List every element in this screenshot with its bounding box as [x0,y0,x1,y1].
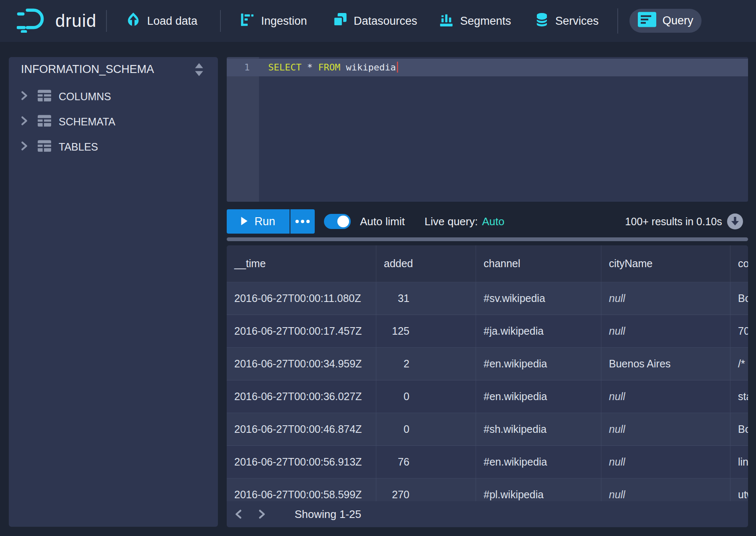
cell-cityname[interactable]: null [601,446,730,479]
editor-gutter [227,57,259,202]
cell-time[interactable]: 2016-06-27T00:00:11.080Z [227,282,376,315]
cell-added[interactable]: 31 [376,282,476,315]
cell-cityname[interactable]: null [601,380,730,413]
cell-comment[interactable]: Bot [730,413,748,446]
more-dots-icon [295,220,299,223]
auto-limit-toggle[interactable] [324,214,351,229]
sidebar-item-columns[interactable]: COLUMNS [9,86,218,107]
column-header-comment[interactable]: comment [730,245,748,282]
nav-item-label: Services [555,15,599,28]
cell-added[interactable]: 2 [376,348,476,380]
horizontal-scrollbar[interactable] [227,237,748,241]
auto-limit-label[interactable]: Auto limit [360,208,405,235]
datasources-icon [332,12,347,30]
table-row: 2016-06-27T00:00:56.913Z 76 #en.wikipedi… [227,446,748,479]
nav-item-datasources[interactable]: Datasources [332,0,417,42]
cell-added[interactable]: 0 [376,413,476,446]
column-header-channel[interactable]: channel [476,245,601,282]
sql-star: * [307,62,313,73]
cell-cityname[interactable]: null [601,315,730,348]
play-icon [241,215,248,228]
column-header-cityname[interactable]: cityName [601,245,730,282]
results-summary: 100+ results in 0.10s [625,208,722,235]
query-icon [638,12,656,30]
nav-divider [220,10,221,32]
previous-page-button[interactable] [230,506,247,523]
chevron-right-icon [21,141,28,153]
sidebar-item-tables[interactable]: TABLES [9,137,218,157]
table-icon [38,90,51,103]
sidebar-item-label: TABLES [59,141,98,153]
nav-item-label: Query [663,14,694,27]
nav-item-segments[interactable]: Segments [439,0,511,42]
logo-wordmark: druid [55,11,96,31]
double-caret-vertical-icon[interactable] [194,62,205,79]
druid-logo-icon [17,8,50,34]
run-button-group: Run [227,209,315,234]
cell-added[interactable]: 125 [376,315,476,348]
nav-item-label: Segments [460,15,511,28]
cell-comment[interactable]: link [730,446,748,479]
download-button[interactable] [727,213,743,231]
cell-comment[interactable]: 70. [730,315,748,348]
nav-item-ingestion[interactable]: Ingestion [240,0,307,42]
cell-added[interactable]: 0 [376,380,476,413]
sidebar-item-label: COLUMNS [59,91,111,103]
cell-channel[interactable]: #ja.wikipedia [476,315,601,348]
segments-icon [439,12,454,30]
schema-sidebar: INFORMATION_SCHEMA COLUMNS [9,57,218,527]
live-query-label: Live query: [425,215,478,228]
table-row: 2016-06-27T00:00:46.874Z 0 #sh.wikipedia… [227,413,748,446]
cell-comment[interactable]: sta [730,380,748,413]
cell-comment[interactable]: /* S [730,348,748,380]
query-editor[interactable]: 1 SELECT * FROM wikipedia [227,57,748,202]
table-row: 2016-06-27T00:00:17.457Z 125 #ja.wikiped… [227,315,748,348]
next-page-button[interactable] [254,506,270,523]
cell-cityname[interactable]: null [601,282,730,315]
sidebar-item-schemata[interactable]: SCHEMATA [9,112,218,132]
column-header-time[interactable]: __time [227,245,376,282]
upload-icon [126,12,141,31]
sql-identifier: wikipedia [346,62,396,73]
sql-keyword: SELECT [268,62,301,73]
chevron-right-icon [21,91,28,102]
ingestion-icon [240,12,255,30]
cell-added[interactable]: 76 [376,446,476,479]
cell-channel[interactable]: #en.wikipedia [476,446,601,479]
cell-channel[interactable]: #sh.wikipedia [476,413,601,446]
live-query-value[interactable]: Auto [482,215,505,228]
cell-time[interactable]: 2016-06-27T00:00:56.913Z [227,446,376,479]
cell-time[interactable]: 2016-06-27T00:00:36.027Z [227,380,376,413]
cell-cityname[interactable]: null [601,413,730,446]
table-row: 2016-06-27T00:00:34.959Z 2 #en.wikipedia… [227,348,748,380]
sql-keyword: FROM [318,62,340,73]
druid-logo[interactable]: druid [17,0,96,42]
results-panel: __time added channel cityName comment 20… [227,245,748,527]
column-header-added[interactable]: added [376,245,476,282]
chevron-right-icon [21,116,28,127]
run-bar: Run Auto limit Live query: Auto 100+ res… [227,208,748,235]
cell-channel[interactable]: #en.wikipedia [476,380,601,413]
line-number: 1 [227,59,259,76]
nav-item-query[interactable]: Query [629,9,702,33]
cell-channel[interactable]: #en.wikipedia [476,348,601,380]
cell-comment[interactable]: Bot [730,282,748,315]
nav-item-label: Load data [147,15,197,28]
navbar: druid Load data [0,0,756,42]
druid-console: druid Load data [0,0,756,536]
cell-time[interactable]: 2016-06-27T00:00:46.874Z [227,413,376,446]
cell-time[interactable]: 2016-06-27T00:00:17.457Z [227,315,376,348]
nav-divider [106,10,107,32]
cell-cityname[interactable]: Buenos Aires [601,348,730,380]
pagination-status: Showing 1-25 [295,508,361,521]
run-button[interactable]: Run [227,209,290,234]
schema-selector[interactable]: INFORMATION_SCHEMA [21,63,154,76]
cell-time[interactable]: 2016-06-27T00:00:34.959Z [227,348,376,380]
nav-item-label: Datasources [354,15,417,28]
cell-channel[interactable]: #sv.wikipedia [476,282,601,315]
nav-divider [617,8,618,34]
nav-item-load-data[interactable]: Load data [126,0,197,42]
nav-item-services[interactable]: Services [535,0,599,42]
run-more-button[interactable] [290,209,315,234]
results-table: __time added channel cityName comment 20… [227,245,748,511]
